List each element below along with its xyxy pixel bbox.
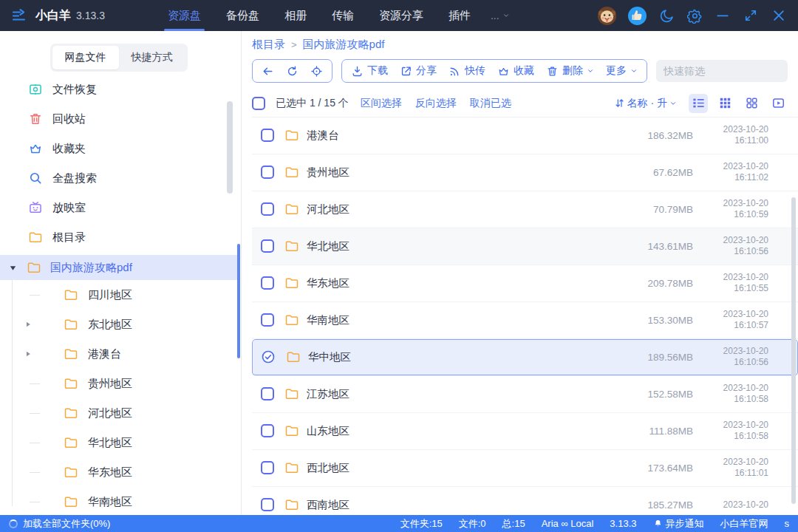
sidebar-item-file-restore[interactable]: 文件恢复 bbox=[0, 75, 237, 104]
row-checkbox[interactable] bbox=[261, 129, 274, 142]
file-size: 143.61MB bbox=[647, 241, 693, 252]
file-name[interactable]: 华北地区 bbox=[307, 239, 349, 253]
clear-select-link[interactable]: 取消已选 bbox=[470, 97, 511, 110]
file-list-scrollbar[interactable] bbox=[791, 197, 796, 504]
tab-resource-drive[interactable]: 资源盘 bbox=[155, 0, 214, 31]
folder-icon bbox=[64, 317, 78, 332]
file-name[interactable]: 河北地区 bbox=[307, 202, 349, 216]
table-row[interactable]: 华南地区 153.30MB 2023-10-2016:10:57 bbox=[252, 302, 798, 339]
refresh-button[interactable] bbox=[286, 65, 299, 78]
back-button[interactable] bbox=[262, 65, 274, 78]
sidebar-item-full-search[interactable]: 全盘搜索 bbox=[0, 163, 237, 193]
file-name[interactable]: 港澳台 bbox=[307, 129, 339, 143]
row-checkbox[interactable] bbox=[261, 498, 274, 511]
settings-gear-icon[interactable] bbox=[686, 7, 703, 24]
tree-item[interactable]: 华北地区 bbox=[0, 428, 237, 457]
tab-transfer[interactable]: 传输 bbox=[319, 0, 366, 31]
sidebar-item-screening-room[interactable]: 放映室 bbox=[0, 193, 237, 222]
sidebar-scrollbar[interactable] bbox=[227, 101, 233, 194]
breadcrumb-root[interactable]: 根目录 bbox=[252, 38, 285, 52]
table-row[interactable]: 山东地区 111.88MB 2023-10-2016:10:58 bbox=[252, 413, 798, 450]
splitter-handle[interactable] bbox=[237, 244, 240, 358]
row-checkbox[interactable] bbox=[261, 166, 274, 179]
file-name[interactable]: 西南地区 bbox=[307, 498, 349, 512]
minimize-button[interactable] bbox=[714, 7, 732, 24]
favorite-button[interactable]: 收藏 bbox=[497, 64, 534, 78]
tab-resource-share[interactable]: 资源分享 bbox=[366, 0, 436, 31]
table-row[interactable]: 华东地区 209.78MB 2023-10-2016:10:55 bbox=[252, 265, 798, 302]
more-button[interactable]: 更多 bbox=[606, 64, 638, 78]
tab-plugins[interactable]: 插件 bbox=[436, 0, 483, 31]
status-official-site-link[interactable]: 小白羊官网 bbox=[720, 517, 768, 531]
row-checkbox[interactable] bbox=[261, 313, 274, 327]
selection-bar: 已选中 1 / 15 个 区间选择 反向选择 取消已选 名称 · 升 bbox=[252, 89, 798, 117]
row-checkbox[interactable] bbox=[261, 461, 274, 474]
invert-select-link[interactable]: 反向选择 bbox=[415, 97, 457, 110]
row-checkbox[interactable] bbox=[261, 387, 274, 400]
tab-backup-drive[interactable]: 备份盘 bbox=[214, 0, 272, 31]
tree-item[interactable]: 贵州地区 bbox=[0, 369, 237, 398]
file-name[interactable]: 山东地区 bbox=[307, 424, 349, 438]
view-video-button[interactable] bbox=[768, 94, 788, 113]
table-row[interactable]: 河北地区 70.79MB 2023-10-2016:10:59 bbox=[252, 191, 798, 228]
chevron-collapsed-icon[interactable] bbox=[24, 321, 32, 328]
tree-item[interactable]: 东北地区 bbox=[0, 310, 237, 339]
table-row[interactable]: 西北地区 173.64MB 2023-10-2016:11:01 bbox=[252, 450, 798, 487]
breadcrumb-current[interactable]: 国内旅游攻略pdf bbox=[303, 38, 385, 52]
status-notifications[interactable]: 异步通知 bbox=[653, 517, 704, 531]
file-name[interactable]: 华东地区 bbox=[307, 276, 349, 290]
view-large-grid-button[interactable] bbox=[742, 94, 761, 113]
dark-mode-moon-icon[interactable] bbox=[658, 7, 675, 24]
file-modified: 2023-10-2016:10:55 bbox=[709, 272, 768, 294]
tree-item[interactable]: 华东地区 bbox=[0, 457, 237, 487]
table-row[interactable]: 江苏地区 152.58MB 2023-10-2016:10:58 bbox=[252, 376, 798, 413]
tree-item[interactable]: 四川地区 bbox=[0, 280, 237, 310]
sidebar-item-favorites[interactable]: 收藏夹 bbox=[0, 134, 237, 163]
row-checkbox[interactable] bbox=[261, 202, 274, 216]
quick-filter-input[interactable] bbox=[664, 65, 797, 77]
table-row[interactable]: 西南地区 185.27MB 2023-10-20 bbox=[252, 487, 798, 515]
file-name[interactable]: 贵州地区 bbox=[307, 166, 349, 180]
view-small-grid-button[interactable] bbox=[715, 94, 734, 113]
close-button[interactable] bbox=[770, 7, 788, 24]
tab-album[interactable]: 相册 bbox=[272, 0, 319, 31]
status-aria-link[interactable]: Aria ∞ Local bbox=[542, 518, 594, 529]
checked-circle-icon[interactable] bbox=[261, 349, 276, 364]
download-button[interactable]: 下载 bbox=[351, 64, 388, 78]
file-name[interactable]: 华南地区 bbox=[307, 313, 349, 327]
share-button[interactable]: 分享 bbox=[400, 64, 437, 78]
file-name[interactable]: 江苏地区 bbox=[307, 387, 349, 401]
table-row-selected[interactable]: 华中地区 189.56MB 2023-10-2016:10:56 bbox=[252, 339, 798, 376]
chevron-collapsed-icon[interactable] bbox=[24, 350, 32, 358]
view-list-button[interactable] bbox=[689, 94, 708, 113]
chevron-expanded-icon[interactable] bbox=[9, 264, 18, 272]
sidebar-tab-shortcuts[interactable]: 快捷方式 bbox=[119, 46, 185, 69]
sidebar-item-root-directory[interactable]: 根目录 bbox=[0, 222, 237, 252]
table-row[interactable]: 港澳台 186.32MB 2023-10-2016:11:00 bbox=[252, 117, 798, 154]
user-avatar[interactable] bbox=[597, 6, 617, 26]
quick-transfer-button[interactable]: 快传 bbox=[449, 64, 485, 78]
tree-item[interactable]: 河北地区 bbox=[0, 398, 237, 428]
table-row[interactable]: 贵州地区 67.62MB 2023-10-2016:11:02 bbox=[252, 154, 798, 191]
sort-control[interactable]: 名称 · 升 bbox=[614, 97, 677, 110]
row-checkbox[interactable] bbox=[261, 276, 274, 290]
row-checkbox[interactable] bbox=[261, 424, 274, 437]
delete-button[interactable]: 删除 bbox=[546, 64, 594, 78]
maximize-button[interactable] bbox=[742, 7, 760, 24]
app-menu-icon[interactable] bbox=[10, 7, 28, 24]
tree-item-selected[interactable]: 国内旅游攻略pdf bbox=[0, 255, 237, 280]
tab-overflow-menu[interactable]: ... bbox=[483, 10, 517, 21]
range-select-link[interactable]: 区间选择 bbox=[361, 97, 402, 110]
table-row[interactable]: 华北地区 143.61MB 2023-10-2016:10:56 bbox=[252, 228, 798, 265]
row-checkbox[interactable] bbox=[261, 239, 274, 253]
sidebar-item-recycle-bin[interactable]: 回收站 bbox=[0, 104, 237, 134]
like-badge-icon[interactable] bbox=[627, 6, 647, 26]
tree-item[interactable]: 华南地区 bbox=[0, 487, 237, 515]
tree-item[interactable]: 港澳台 bbox=[0, 339, 237, 369]
locate-button[interactable] bbox=[310, 65, 323, 78]
breadcrumb: 根目录 > 国内旅游攻略pdf bbox=[252, 35, 798, 54]
select-all-checkbox[interactable] bbox=[252, 97, 265, 110]
sidebar-tab-drive-files[interactable]: 网盘文件 bbox=[52, 46, 119, 69]
file-name[interactable]: 华中地区 bbox=[308, 350, 351, 364]
file-name[interactable]: 西北地区 bbox=[307, 461, 349, 475]
